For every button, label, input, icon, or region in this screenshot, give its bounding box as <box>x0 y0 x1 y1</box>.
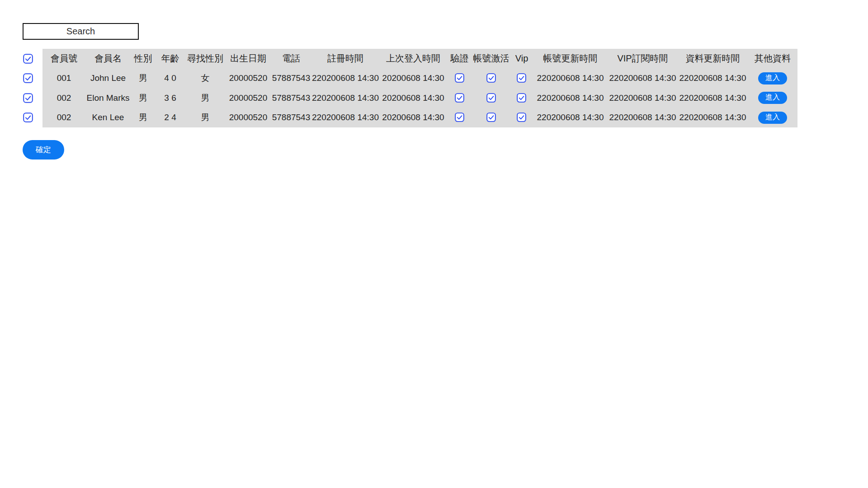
cell-vip <box>510 93 533 103</box>
checkmark-icon <box>486 93 496 103</box>
cell-last-login-time: 20200608 14:30 <box>379 113 447 122</box>
vip-checkbox[interactable] <box>517 93 527 103</box>
vip-checkbox[interactable] <box>517 113 527 122</box>
header-profile-update-time: 資料更新時間 <box>678 52 748 65</box>
cell-phone: 57887543 <box>271 113 311 122</box>
cell-member-id: 002 <box>42 93 85 103</box>
table-header-row: 會員號 會員名 性別 年齡 尋找性別 出生日期 電話 註冊時間 上次登入時間 驗… <box>23 49 797 69</box>
header-account-activated: 帳號激活 <box>472 52 510 65</box>
enter-button[interactable]: 進入 <box>758 72 787 84</box>
cell-vip-subscribe-time: 220200608 14:30 <box>608 113 678 122</box>
account-activated-checkbox[interactable] <box>486 113 496 122</box>
header-other-data: 其他資料 <box>748 52 797 65</box>
row-select-checkbox[interactable] <box>23 113 33 122</box>
checkmark-icon <box>455 73 464 83</box>
cell-seeking-gender: 女 <box>185 72 226 84</box>
cell-member-name: John Lee <box>85 73 131 83</box>
cell-verified <box>447 73 472 83</box>
row-select-checkbox[interactable] <box>23 93 33 103</box>
cell-phone: 57887543 <box>271 73 311 83</box>
cell-other-data: 進入 <box>748 112 797 124</box>
cell-other-data: 進入 <box>748 72 797 84</box>
cell-account-activated <box>472 113 510 122</box>
cell-last-login-time: 20200608 14:30 <box>379 73 447 83</box>
cell-age: 2 4 <box>156 113 185 122</box>
enter-button[interactable]: 進入 <box>758 92 787 104</box>
cell-profile-update-time: 220200608 14:30 <box>678 93 748 103</box>
checkmark-icon <box>23 73 33 83</box>
cell-age: 4 0 <box>156 73 185 83</box>
checkmark-icon <box>486 73 496 83</box>
cell-verified <box>447 93 472 103</box>
checkmark-icon <box>455 113 464 122</box>
checkmark-icon <box>23 93 33 103</box>
cell-account-update-time: 220200608 14:30 <box>533 73 608 83</box>
confirm-button[interactable]: 確定 <box>23 140 64 160</box>
cell-verified <box>447 113 472 122</box>
header-member-id: 會員號 <box>42 52 85 65</box>
header-vip: Vip <box>510 53 533 64</box>
cell-register-time: 220200608 14:30 <box>311 93 379 103</box>
checkmark-icon <box>23 113 33 122</box>
cell-profile-update-time: 220200608 14:30 <box>678 73 748 83</box>
select-all-cell <box>23 49 42 69</box>
table-row: 002 Elon Marks 男 3 6 男 20000520 57887543… <box>23 88 797 108</box>
header-verified: 驗證 <box>447 52 472 65</box>
header-last-login-time: 上次登入時間 <box>379 52 447 65</box>
table-row: 002 Ken Lee 男 2 4 男 20000520 57887543 22… <box>23 108 797 128</box>
checkmark-icon <box>517 73 526 83</box>
cell-member-id: 001 <box>42 73 85 83</box>
checkmark-icon <box>486 113 496 122</box>
header-phone: 電話 <box>271 52 311 65</box>
account-activated-checkbox[interactable] <box>486 93 496 103</box>
header-vip-subscribe-time: VIP訂閱時間 <box>608 52 678 65</box>
checkmark-icon <box>455 93 464 103</box>
vip-checkbox[interactable] <box>517 73 527 83</box>
cell-profile-update-time: 220200608 14:30 <box>678 113 748 122</box>
row-body: 002 Elon Marks 男 3 6 男 20000520 57887543… <box>42 88 797 108</box>
search-input[interactable] <box>23 23 139 40</box>
row-body: 002 Ken Lee 男 2 4 男 20000520 57887543 22… <box>42 108 797 128</box>
verified-checkbox[interactable] <box>455 113 465 122</box>
cell-member-id: 002 <box>42 113 85 122</box>
cell-account-update-time: 220200608 14:30 <box>533 93 608 103</box>
cell-member-name: Elon Marks <box>85 93 131 103</box>
cell-gender: 男 <box>131 92 156 104</box>
cell-account-activated <box>472 73 510 83</box>
row-select-cell <box>23 108 42 128</box>
select-all-checkbox[interactable] <box>23 54 33 64</box>
checkmark-icon <box>23 54 33 64</box>
header-register-time: 註冊時間 <box>311 52 379 65</box>
cell-last-login-time: 20200608 14:30 <box>379 93 447 103</box>
cell-other-data: 進入 <box>748 92 797 104</box>
cell-vip-subscribe-time: 220200608 14:30 <box>608 93 678 103</box>
account-activated-checkbox[interactable] <box>486 73 496 83</box>
cell-vip <box>510 73 533 83</box>
cell-account-update-time: 220200608 14:30 <box>533 113 608 122</box>
cell-gender: 男 <box>131 112 156 123</box>
verified-checkbox[interactable] <box>455 73 465 83</box>
cell-phone: 57887543 <box>271 93 311 103</box>
enter-button[interactable]: 進入 <box>758 112 787 124</box>
cell-seeking-gender: 男 <box>185 112 226 123</box>
row-select-cell <box>23 88 42 108</box>
cell-birth-date: 20000520 <box>226 73 271 83</box>
checkmark-icon <box>517 113 526 122</box>
cell-seeking-gender: 男 <box>185 92 226 104</box>
row-select-cell <box>23 69 42 89</box>
checkmark-icon <box>517 93 526 103</box>
header-gender: 性別 <box>131 52 156 65</box>
header-account-update-time: 帳號更新時間 <box>533 52 608 65</box>
row-select-checkbox[interactable] <box>23 73 33 83</box>
table-row: 001 John Lee 男 4 0 女 20000520 57887543 2… <box>23 69 797 89</box>
cell-age: 3 6 <box>156 93 185 103</box>
header-birth-date: 出生日期 <box>226 52 271 65</box>
cell-gender: 男 <box>131 72 156 84</box>
cell-birth-date: 20000520 <box>226 93 271 103</box>
cell-birth-date: 20000520 <box>226 113 271 122</box>
header-member-name: 會員名 <box>85 52 131 65</box>
cell-member-name: Ken Lee <box>85 113 131 122</box>
verified-checkbox[interactable] <box>455 93 465 103</box>
header-row-body: 會員號 會員名 性別 年齡 尋找性別 出生日期 電話 註冊時間 上次登入時間 驗… <box>42 49 797 69</box>
header-seeking-gender: 尋找性別 <box>185 52 226 65</box>
